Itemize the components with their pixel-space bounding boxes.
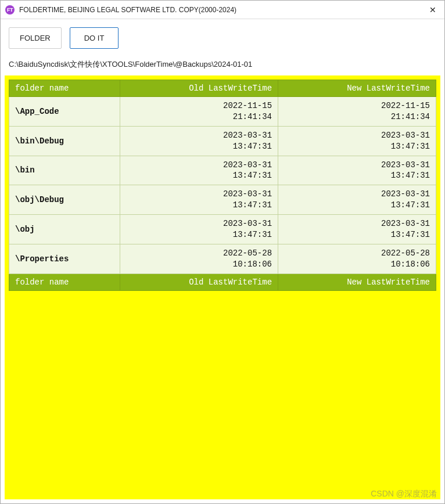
app-window: FT FOLDERTIME, BEIJING LEGAL SOFTWARE LT… [0,0,445,504]
cell-folder: \obj [9,215,120,244]
cell-folder: \obj\Debug [9,185,120,215]
table-row: \Properties2022-05-28 10:18:062022-05-28… [9,244,436,273]
folder-button[interactable]: FOLDER [9,27,62,49]
col-footer-folder: folder name [9,273,120,290]
table-row: \obj2023-03-31 13:47:312023-03-31 13:47:… [9,215,436,244]
cell-folder: \bin\Debug [9,126,120,156]
app-icon-text: FT [7,7,13,13]
table-row: \bin\Debug2023-03-31 13:47:312023-03-31 … [9,126,436,156]
table-row: \obj\Debug2023-03-31 13:47:312023-03-31 … [9,185,436,215]
cell-new-time: 2023-03-31 13:47:31 [278,126,436,156]
col-header-folder: folder name [9,80,120,97]
toolbar: FOLDER DO IT [1,19,444,57]
folder-table: folder name Old LastWriteTime New LastWr… [9,80,436,291]
col-footer-new: New LastWriteTime [278,273,436,290]
cell-folder: \App_Code [9,97,120,127]
cell-new-time: 2022-05-28 10:18:06 [278,244,436,273]
cell-old-time: 2023-03-31 13:47:31 [120,126,278,156]
close-icon: ✕ [429,5,436,15]
path-display: C:\BaiduSyncdisk\文件快传\XTOOLS\FolderTime\… [1,57,444,75]
close-button[interactable]: ✕ [421,1,444,19]
cell-folder: \bin [9,156,120,185]
table-row: \bin2023-03-31 13:47:312023-03-31 13:47:… [9,156,436,185]
cell-old-time: 2023-03-31 13:47:31 [120,215,278,244]
table-row: \App_Code2022-11-15 21:41:342022-11-15 2… [9,97,436,127]
col-footer-old: Old LastWriteTime [120,273,278,290]
cell-old-time: 2023-03-31 13:47:31 [120,185,278,215]
cell-new-time: 2022-11-15 21:41:34 [278,97,436,127]
cell-new-time: 2023-03-31 13:47:31 [278,185,436,215]
col-header-new: New LastWriteTime [278,80,436,97]
table-header-row: folder name Old LastWriteTime New LastWr… [9,80,436,97]
content-area: folder name Old LastWriteTime New LastWr… [5,75,440,499]
cell-old-time: 2022-11-15 21:41:34 [120,97,278,127]
cell-new-time: 2023-03-31 13:47:31 [278,156,436,185]
titlebar: FT FOLDERTIME, BEIJING LEGAL SOFTWARE LT… [1,1,444,19]
cell-old-time: 2023-03-31 13:47:31 [120,156,278,185]
cell-folder: \Properties [9,244,120,273]
app-icon: FT [5,5,15,15]
table-footer-row: folder name Old LastWriteTime New LastWr… [9,273,436,290]
doit-button[interactable]: DO IT [70,27,119,49]
cell-new-time: 2023-03-31 13:47:31 [278,215,436,244]
cell-old-time: 2022-05-28 10:18:06 [120,244,278,273]
col-header-old: Old LastWriteTime [120,80,278,97]
window-title: FOLDERTIME, BEIJING LEGAL SOFTWARE LTD. … [19,6,421,14]
